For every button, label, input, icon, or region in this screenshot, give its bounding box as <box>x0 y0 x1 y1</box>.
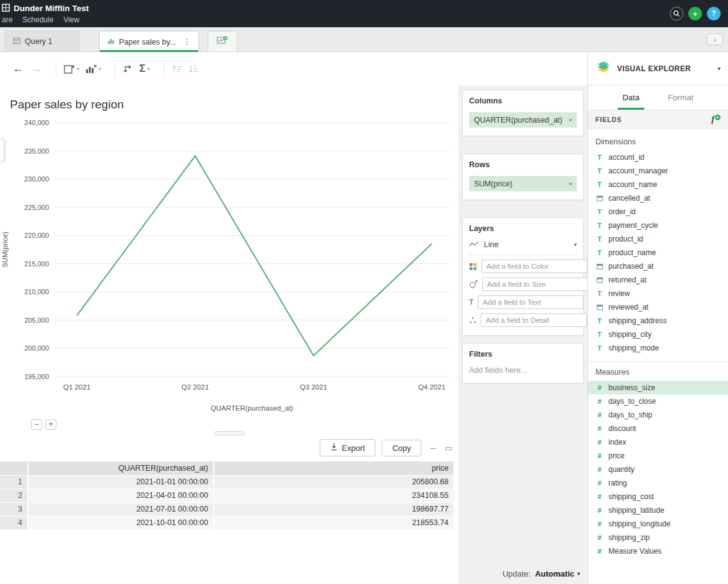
dimension-item[interactable]: T account_manager <box>588 164 728 178</box>
rows-pill[interactable]: SUM(price) ▾ <box>469 176 577 191</box>
measures-label: Measures <box>588 362 728 381</box>
svg-text:200,000: 200,000 <box>24 344 49 352</box>
chevron-down-icon[interactable]: ▾ <box>569 181 572 187</box>
dimension-item[interactable]: T order_id <box>588 205 728 219</box>
measure-item[interactable]: # shipping_longitude <box>588 517 728 531</box>
dimension-name: product_name <box>608 248 656 257</box>
add-chart-icon[interactable]: ▾ <box>64 64 79 74</box>
sort-ascending-icon[interactable] <box>172 64 182 74</box>
tab-label: Paper sales by... <box>119 38 176 46</box>
add-calculated-field-icon[interactable]: f+ <box>711 115 721 124</box>
color-icon <box>469 263 477 271</box>
tab-data[interactable]: Data <box>618 85 644 110</box>
detail-field-input[interactable] <box>481 313 587 327</box>
dimension-item[interactable]: T reviewed_at <box>588 300 728 314</box>
dimension-item[interactable]: T payment_cycle <box>588 219 728 232</box>
number-type-icon: # <box>595 520 603 528</box>
add-icon[interactable]: + <box>688 7 702 20</box>
measure-name: Measure Values <box>608 547 662 556</box>
app-logo-icon <box>2 4 10 14</box>
dimension-item[interactable]: T account_name <box>588 178 728 191</box>
columns-pill[interactable]: QUARTER(purchased_at) ▾ <box>469 112 577 128</box>
measure-item[interactable]: # discount <box>588 422 728 435</box>
zoom-out-button[interactable]: − <box>31 419 42 430</box>
back-arrow-icon[interactable]: ← <box>12 62 24 76</box>
update-mode-select[interactable]: Automatic ▾ <box>535 569 580 578</box>
new-chart-tab-button[interactable] <box>208 31 237 52</box>
text-field-input[interactable] <box>478 295 584 309</box>
zoom-in-button[interactable]: + <box>45 419 56 430</box>
menu-item-schedule[interactable]: Schedule <box>22 15 53 24</box>
chevron-down-icon: ▾ <box>99 66 101 72</box>
dimension-item[interactable]: T shipping_mode <box>588 341 728 355</box>
aggregate-sigma-icon[interactable]: Σ ▾ <box>139 63 150 74</box>
minimize-icon[interactable]: ─ <box>430 443 436 453</box>
chart-title: Paper sales by region <box>10 98 458 111</box>
clear-chart-icon[interactable]: ▾ <box>86 64 101 74</box>
copy-button[interactable]: Copy <box>382 440 421 456</box>
filters-drop-zone[interactable]: Add fields here... <box>469 366 577 375</box>
resize-handle[interactable] <box>214 431 244 435</box>
measure-item[interactable]: # shipping_latitude <box>588 503 728 517</box>
chevron-down-icon[interactable]: ▾ <box>717 65 721 72</box>
chevron-down-icon[interactable]: ▾ <box>569 117 572 123</box>
field-type-icon: T <box>595 222 603 229</box>
dimension-name: returned_at <box>608 276 646 284</box>
measure-item[interactable]: # Measure Values <box>588 544 728 558</box>
search-icon[interactable] <box>670 7 683 20</box>
export-button[interactable]: Export <box>320 439 376 456</box>
tab-format[interactable]: Format <box>663 85 698 110</box>
measure-item[interactable]: # days_to_ship <box>588 408 728 422</box>
layer-type-select[interactable]: Line ▾ <box>469 240 577 255</box>
dimension-name: account_id <box>608 153 644 162</box>
filters-shelf: Filters Add fields here... <box>462 343 584 383</box>
dimension-item[interactable]: T review <box>588 287 728 300</box>
size-icon <box>469 280 478 289</box>
dimension-name: shipping_mode <box>608 344 659 352</box>
update-label: Update: <box>502 569 531 578</box>
dimension-name: product_id <box>608 235 643 243</box>
measure-item[interactable]: # shipping_cost <box>588 490 728 503</box>
forward-arrow-icon[interactable]: → <box>30 62 42 76</box>
measure-item[interactable]: # rating <box>588 476 728 490</box>
dimension-item[interactable]: T returned_at <box>588 273 728 287</box>
dimension-item[interactable]: T account_id <box>588 150 728 164</box>
measure-item[interactable]: # price <box>588 449 728 463</box>
transform-icon[interactable] <box>123 64 133 74</box>
window-icon[interactable]: ▭ <box>445 443 452 453</box>
color-field-input[interactable] <box>481 259 587 273</box>
measure-name: price <box>608 451 625 460</box>
dimension-item[interactable]: T shipping_city <box>588 328 728 341</box>
menu-item-view[interactable]: View <box>63 15 79 24</box>
number-type-icon: # <box>595 534 603 541</box>
dimension-item[interactable]: T cancelled_at <box>588 191 728 205</box>
measure-item[interactable]: # quantity <box>588 463 728 476</box>
chevron-down-icon[interactable]: ▾ <box>574 242 577 248</box>
visual-explorer-header[interactable]: VISUAL EXPLORER ▾ <box>588 52 728 85</box>
columns-label: Columns <box>469 97 577 105</box>
dimension-item[interactable]: T shipping_address <box>588 314 728 328</box>
dimension-item[interactable]: T purchased_at <box>588 259 728 273</box>
dimension-item[interactable]: T product_name <box>588 246 728 259</box>
tab-query-1[interactable]: Query 1 <box>5 31 79 52</box>
cell-quarter: 2021-01-01 00:00:00 <box>28 475 214 489</box>
measure-name: shipping_cost <box>608 492 654 501</box>
number-type-icon: # <box>595 384 603 391</box>
collapsed-panel-handle[interactable] <box>0 139 4 162</box>
tab-paper-sales[interactable]: Paper sales by... ⋮ <box>99 31 199 52</box>
size-field-input[interactable] <box>482 277 588 291</box>
expand-tabs-button[interactable]: › <box>707 33 723 45</box>
kebab-icon[interactable]: ⋮ <box>183 37 191 46</box>
table-row: 2 2021-04-01 00:00:00 234108.55 <box>0 489 454 502</box>
new-chart-plus-icon <box>217 36 228 48</box>
measure-item[interactable]: # index <box>588 435 728 449</box>
measure-item[interactable]: # business_size <box>588 381 728 394</box>
sort-descending-icon[interactable] <box>188 64 199 74</box>
dimension-item[interactable]: T product_id <box>588 232 728 246</box>
explorer-title: VISUAL EXPLORER <box>617 64 691 73</box>
menu-item-share[interactable]: are <box>2 15 12 24</box>
help-icon[interactable]: ? <box>707 7 721 20</box>
measure-item[interactable]: # shipping_zip <box>588 531 728 544</box>
svg-text:195,000: 195,000 <box>24 373 49 380</box>
measure-item[interactable]: # days_to_close <box>588 394 728 408</box>
